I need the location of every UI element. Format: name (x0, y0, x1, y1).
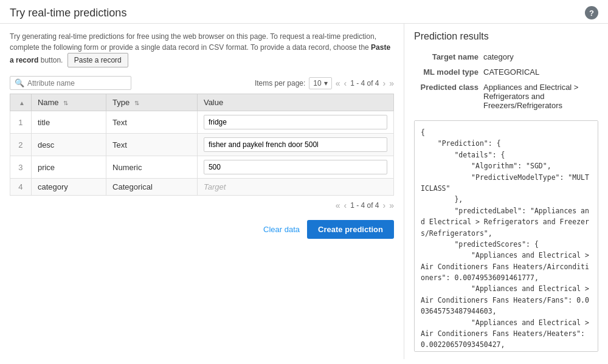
prev-page-button-top[interactable]: ‹ (344, 78, 347, 88)
items-per-page-select[interactable]: 10 ▾ (309, 77, 331, 89)
search-box[interactable]: 🔍 (10, 76, 131, 90)
last-page-button-bottom[interactable]: » (389, 201, 394, 210)
predicted-class-label: Predicted class (414, 80, 481, 113)
first-page-button-bottom[interactable]: « (336, 201, 340, 210)
col-sort-header[interactable]: ▲ (10, 94, 32, 111)
items-per-page-label: Items per page: (255, 79, 305, 88)
col-name-header[interactable]: Name ⇅ (31, 94, 106, 111)
result-table: Target name category ML model type CATEG… (414, 49, 598, 113)
json-output: { "Prediction": { "details": { "Algorith… (414, 120, 598, 352)
col-type-header[interactable]: Type ⇅ (106, 94, 198, 111)
left-panel: Try generating real-time predictions for… (0, 24, 404, 359)
table-controls: 🔍 Items per page: 10 ▾ « ‹ 1 - 4 of 4 › … (10, 76, 394, 90)
ml-model-row: ML model type CATEGORICAL (414, 64, 598, 80)
table-row: 3priceNumeric (10, 156, 394, 179)
prev-page-button-bottom[interactable]: ‹ (344, 201, 347, 210)
ml-model-value: CATEGORICAL (481, 64, 598, 80)
last-page-button-top[interactable]: » (389, 78, 394, 88)
bottom-pagination: « ‹ 1 - 4 of 4 › » (10, 196, 394, 215)
predicted-class-value: Appliances and Electrical > Refrigerator… (481, 80, 598, 113)
help-icon[interactable]: ? (585, 6, 598, 19)
table-row: 1titleText (10, 111, 394, 134)
row-number: 1 (10, 111, 32, 134)
target-name-label: Target name (414, 49, 481, 64)
row-type: Numeric (106, 156, 198, 179)
row-name: desc (31, 134, 106, 156)
row-value[interactable] (197, 134, 393, 156)
row-number: 3 (10, 156, 32, 179)
right-panel: Prediction results Target name category … (404, 24, 608, 359)
row-value-input[interactable] (204, 115, 387, 129)
main-container: Try generating real-time predictions for… (0, 24, 608, 359)
next-page-button-bottom[interactable]: › (383, 201, 386, 210)
row-number: 4 (10, 179, 32, 196)
row-value-input[interactable] (204, 137, 387, 152)
row-value-input[interactable] (204, 160, 387, 174)
results-title: Prediction results (414, 31, 598, 42)
next-page-button-top[interactable]: › (383, 78, 386, 88)
col-value-header: Value (197, 94, 393, 111)
row-number: 2 (10, 134, 32, 156)
row-value: Target (197, 179, 393, 196)
target-name-value: category (481, 49, 598, 64)
table-header-row: ▲ Name ⇅ Type ⇅ Value (10, 94, 394, 111)
row-name: category (31, 179, 106, 196)
first-page-button-top[interactable]: « (336, 78, 340, 88)
items-per-page-chevron: ▾ (324, 79, 328, 88)
action-buttons: Clear data Create prediction (10, 215, 394, 241)
top-pagination: Items per page: 10 ▾ « ‹ 1 - 4 of 4 › » (255, 77, 394, 89)
description-text-before: Try generating real-time predictions for… (10, 32, 376, 52)
row-type: Categorical (106, 179, 198, 196)
target-name-row: Target name category (414, 49, 598, 64)
paste-record-button[interactable]: Paste a record (67, 53, 128, 67)
page-info-top: 1 - 4 of 4 (350, 79, 379, 88)
row-name: price (31, 156, 106, 179)
row-type: Text (106, 134, 198, 156)
row-name: title (31, 111, 106, 134)
row-value[interactable] (197, 156, 393, 179)
page-header: Try real-time predictions ? (0, 0, 608, 24)
search-icon: 🔍 (15, 78, 24, 88)
search-input[interactable] (27, 79, 125, 88)
row-value-target: Target (204, 182, 226, 191)
items-per-page-value: 10 (313, 79, 321, 88)
table-row: 4categoryCategoricalTarget (10, 179, 394, 196)
row-type: Text (106, 111, 198, 134)
row-value[interactable] (197, 111, 393, 134)
page-info-bottom: 1 - 4 of 4 (350, 201, 379, 210)
create-prediction-button[interactable]: Create prediction (307, 220, 394, 239)
description-text: Try generating real-time predictions for… (10, 31, 394, 67)
page-title: Try real-time predictions (10, 7, 126, 19)
ml-model-label: ML model type (414, 64, 481, 80)
predicted-class-row: Predicted class Appliances and Electrica… (414, 80, 598, 113)
clear-data-button[interactable]: Clear data (263, 225, 300, 234)
data-table: ▲ Name ⇅ Type ⇅ Value 1titleText2descTex… (10, 94, 394, 196)
table-row: 2descText (10, 134, 394, 156)
description-text-after: button. (41, 56, 63, 64)
